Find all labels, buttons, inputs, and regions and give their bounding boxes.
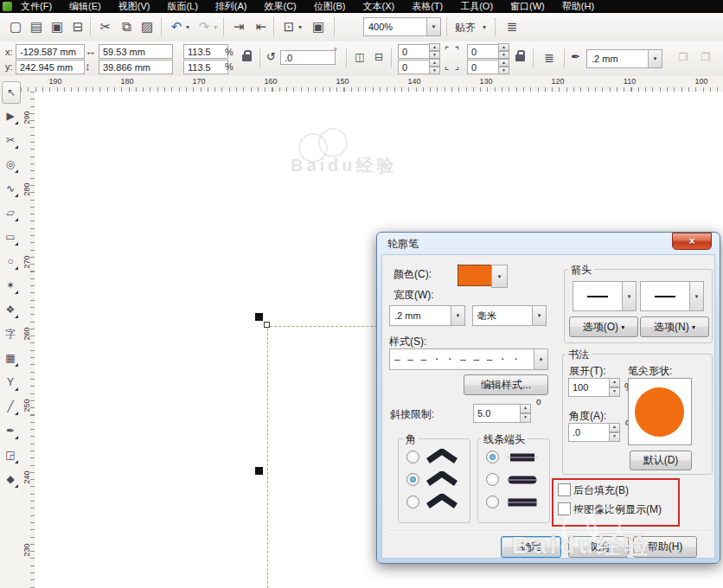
cancel-button[interactable]: 取消 [568, 536, 629, 558]
stretch-spinner[interactable]: ▲▼ [609, 378, 620, 397]
menu-effects[interactable]: 效果(C) [256, 0, 305, 13]
nib-shape-preview[interactable] [628, 378, 692, 445]
selection-handle[interactable] [255, 467, 263, 475]
outline-pen-tool[interactable]: ✒ [2, 420, 19, 441]
snap-to-label[interactable]: 贴齐 [455, 21, 476, 35]
corner-round-radio[interactable] [406, 473, 419, 486]
corner-radius-tl-spinner[interactable]: ▲▼ [429, 43, 440, 58]
basic-shapes-tool[interactable]: ❖ [2, 299, 19, 320]
app-launcher-dropdown-icon[interactable]: ▾ [298, 23, 302, 31]
cap-square-radio[interactable] [486, 495, 499, 508]
outline-width-combo[interactable]: .2 mm ▾ [586, 49, 662, 68]
chevron-down-icon[interactable]: ▾ [426, 18, 440, 35]
outline-color-swatch[interactable] [457, 265, 492, 286]
stretch-field[interactable]: 100 [568, 378, 613, 397]
line-style-combo[interactable]: – – – · · – – – · · ▾ [389, 348, 548, 370]
text-wrap-icon[interactable]: ≣ [540, 48, 559, 67]
corner-radius-bl-spinner[interactable]: ▲▼ [429, 59, 440, 74]
miter-limit-spinner[interactable]: ▲▼ [520, 404, 531, 423]
smart-fill-tool[interactable]: ▱ [2, 202, 19, 223]
edit-style-button[interactable]: 编辑样式... [464, 374, 548, 395]
cap-butt-radio[interactable] [486, 451, 499, 463]
cap-round-radio[interactable] [486, 473, 499, 486]
close-icon[interactable]: × [672, 233, 712, 250]
horizontal-ruler[interactable]: 190 180 170 160 150 140 130 120 110 100 [21, 76, 723, 93]
freehand-tool[interactable]: ∿ [2, 178, 19, 199]
menu-arrange[interactable]: 排列(A) [207, 0, 256, 13]
dimension-tool[interactable]: Y [2, 372, 19, 393]
menu-file[interactable]: 文件(F) [12, 0, 61, 13]
chevron-down-icon[interactable]: ▾ [648, 50, 662, 67]
export-icon[interactable]: ⇤ [251, 16, 272, 37]
menu-edit[interactable]: 编辑(E) [61, 0, 110, 13]
arrow-start-combo[interactable]: ▾ [573, 281, 637, 311]
lock-corners-icon[interactable] [515, 54, 525, 61]
welcome-screen-icon[interactable]: ▣ [308, 16, 329, 37]
y-position-field[interactable]: 242.945 mm [16, 60, 85, 74]
redo-icon[interactable]: ↷ [194, 16, 214, 37]
corner-radius-br-field[interactable]: 0 [467, 60, 502, 74]
help-button[interactable]: 帮助(H) [633, 536, 697, 558]
paste-icon[interactable]: ▨ [137, 16, 157, 37]
options-left-button[interactable]: 选项(O) ▾ [569, 316, 638, 337]
table-tool[interactable]: ▦ [2, 348, 19, 368]
text-tool[interactable]: 字 [2, 323, 19, 344]
menu-text[interactable]: 文本(X) [354, 0, 403, 13]
new-document-icon[interactable]: ▢ [5, 16, 26, 37]
mirror-horizontal-icon[interactable]: ◫ [351, 48, 368, 66]
corner-radius-br-spinner[interactable]: ▲▼ [498, 59, 509, 74]
angle-field[interactable]: .0 [568, 423, 613, 442]
menu-tools[interactable]: 工具(O) [451, 0, 502, 13]
options-icon[interactable]: ≣ [502, 16, 522, 37]
menu-help[interactable]: 帮助(H) [553, 0, 603, 13]
options-right-button[interactable]: 选项(N) ▾ [640, 316, 709, 337]
copy-icon[interactable]: ⧉ [116, 16, 137, 37]
menu-window[interactable]: 窗口(W) [502, 0, 553, 13]
open-folder-icon[interactable]: ▤ [26, 16, 47, 37]
ellipse-tool[interactable]: ○ [2, 251, 19, 272]
object-width-field[interactable]: 59.53 mm [99, 44, 173, 59]
scale-h-field[interactable]: 113.5 [183, 44, 228, 59]
curve-node[interactable] [264, 322, 270, 328]
interactive-fill-tool[interactable]: ◆ [2, 469, 19, 489]
rectangle-tool[interactable]: ▭ [2, 227, 19, 247]
zoom-level-combo[interactable]: 400% ▾ [363, 17, 441, 36]
crop-tool[interactable]: ✂ [2, 130, 19, 150]
import-icon[interactable]: ⇥ [228, 16, 249, 37]
corner-radius-bl-field[interactable]: 0 [398, 60, 432, 74]
ok-button[interactable]: 确定 [501, 536, 561, 558]
rotation-angle-field[interactable]: .0 [280, 50, 336, 65]
default-button[interactable]: 默认(D) [630, 451, 692, 470]
corner-radius-tl-field[interactable]: 0 [398, 44, 432, 59]
mirror-vertical-icon[interactable]: ⊟ [370, 48, 387, 66]
corner-miter-radio[interactable] [406, 451, 419, 463]
undo-icon[interactable]: ↶ [166, 16, 187, 37]
corner-radius-tr-field[interactable]: 0 [467, 44, 502, 59]
shape-tool[interactable]: ▶ [2, 105, 19, 126]
object-height-field[interactable]: 39.866 mm [99, 60, 173, 74]
print-icon[interactable]: ⊟ [67, 16, 88, 37]
undo-dropdown-icon[interactable]: ▾ [186, 23, 189, 31]
angle-spinner[interactable]: ▲▼ [609, 423, 620, 442]
outline-width-combo[interactable]: .2 mm ▾ [389, 305, 465, 326]
selection-handle[interactable] [255, 313, 263, 321]
x-position-field[interactable]: -129.587 mm [16, 44, 85, 59]
corner-radius-tr-spinner[interactable]: ▲▼ [498, 43, 509, 58]
pick-tool[interactable]: ↖ [2, 81, 21, 104]
eyedropper-tool[interactable]: ╱ [2, 396, 19, 417]
width-unit-combo[interactable]: 毫米 ▾ [472, 305, 547, 326]
arrow-end-combo[interactable]: ▾ [640, 281, 704, 311]
redo-dropdown-icon[interactable]: ▾ [214, 23, 217, 31]
vertical-ruler[interactable]: 290 280 270 260 250 240 230 [21, 92, 35, 588]
corner-bevel-radio[interactable] [406, 495, 419, 508]
zoom-tool[interactable]: ◎ [2, 154, 19, 175]
save-icon[interactable]: ▣ [47, 16, 67, 37]
menu-layout[interactable]: 版面(L) [158, 0, 206, 13]
menu-bitmaps[interactable]: 位图(B) [305, 0, 355, 13]
scale-v-field[interactable]: 113.5 [183, 60, 228, 74]
app-launcher-icon[interactable]: ⊡ [278, 16, 299, 37]
fill-tool[interactable]: ◲ [2, 444, 19, 465]
lock-ratio-icon[interactable] [242, 54, 252, 61]
snap-dropdown-icon[interactable]: ▾ [483, 23, 486, 31]
menu-table[interactable]: 表格(T) [403, 0, 451, 13]
